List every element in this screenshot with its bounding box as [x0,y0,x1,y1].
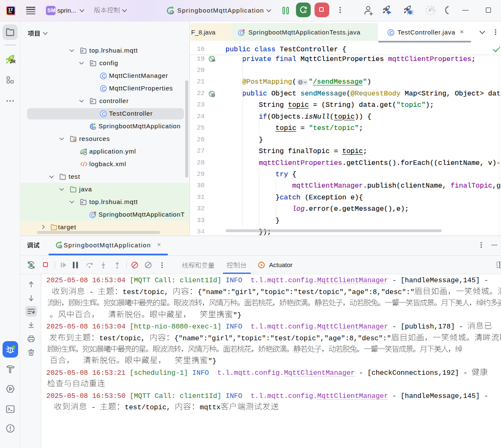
svg-text:C: C [91,212,94,217]
svg-text:C: C [102,73,105,78]
svg-text:C: C [102,111,105,116]
svg-text:C: C [389,30,393,35]
svg-text:JR: JR [10,59,16,64]
svg-text:C: C [240,30,243,35]
svg-text:C: C [102,86,105,91]
